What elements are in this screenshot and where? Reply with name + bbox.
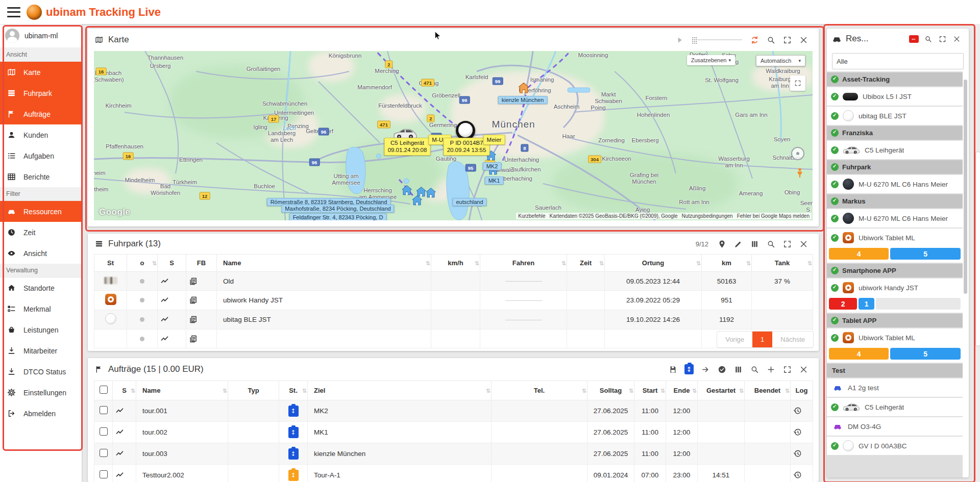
table-row[interactable]: Old09.05.2023 12:445016337 %: [94, 272, 813, 291]
log-cell[interactable]: [791, 422, 813, 443]
sort-icon[interactable]: ⇅: [223, 387, 226, 394]
clipboard-button[interactable]: [681, 361, 697, 377]
column-header-s[interactable]: S: [158, 255, 186, 272]
add-auftrag-button[interactable]: [763, 361, 779, 377]
count-segment[interactable]: 1: [859, 298, 874, 310]
sidebar-item-standorte[interactable]: Standorte: [0, 277, 82, 298]
column-header-name[interactable]: Name⇅: [217, 255, 431, 272]
column-header-start[interactable]: Start⇅: [634, 381, 666, 400]
log-cell[interactable]: [791, 400, 813, 422]
resource-item[interactable]: Ubibox L5 I JST: [827, 87, 963, 106]
table-row[interactable]: tour.003kienzle München27.06.202511:0012…: [94, 443, 813, 465]
log-cell[interactable]: [791, 443, 813, 465]
logbook-cell[interactable]: [186, 272, 217, 291]
resource-item[interactable]: M-U 6270 ML C6 Hans Meier: [827, 175, 963, 193]
fuhrpark-fullscreen-button[interactable]: [779, 236, 795, 252]
house-marker-icon[interactable]: [411, 194, 423, 207]
count-segment[interactable]: 2: [829, 298, 857, 310]
sidebar-item-aufgaben[interactable]: Aufgaben: [0, 145, 82, 166]
complete-button[interactable]: [714, 361, 730, 377]
column-header-o[interactable]: o⇅: [127, 255, 158, 272]
map-locate-control[interactable]: [791, 147, 804, 160]
column-header-select[interactable]: [94, 381, 113, 400]
chart-cell[interactable]: [158, 291, 186, 310]
column-header-fahren[interactable]: Fahren⇅: [480, 255, 567, 272]
vehicle-label[interactable]: Meier: [483, 135, 505, 145]
sort-icon[interactable]: ⇅: [739, 387, 743, 394]
column-header-ortung[interactable]: Ortung⇅: [605, 255, 702, 272]
columns-button[interactable]: [746, 236, 763, 252]
hamburger-menu-icon[interactable]: [7, 7, 20, 17]
row-checkbox[interactable]: [100, 406, 108, 414]
resources-search-button[interactable]: [921, 31, 935, 47]
auftraege-columns-button[interactable]: [730, 361, 746, 377]
playback-play-button[interactable]: [671, 32, 688, 48]
status-blue-icon[interactable]: [288, 448, 299, 460]
sidebar-item-zeit[interactable]: Zeit: [0, 222, 82, 243]
sidebar-item-dtco-status[interactable]: DTCO Status: [0, 361, 82, 382]
map-close-button[interactable]: [795, 32, 812, 48]
layers-button[interactable]: Zusatzebenen▾: [687, 55, 735, 65]
resource-group-header[interactable]: Fuhrpark: [827, 160, 963, 174]
pagination-prev-button[interactable]: Vorige: [717, 332, 752, 347]
pagination-page-1-button[interactable]: 1: [752, 332, 772, 347]
column-header-ende[interactable]: Ende⇅: [666, 381, 698, 400]
sort-icon[interactable]: ⇅: [696, 260, 700, 266]
count-segment[interactable]: [876, 298, 961, 310]
sort-icon[interactable]: ⇅: [561, 260, 565, 266]
count-segment[interactable]: 5: [890, 348, 961, 360]
status-blue-icon[interactable]: [288, 427, 299, 438]
auftraege-close-button[interactable]: [795, 361, 812, 377]
sidebar-item-berichte[interactable]: Berichte: [0, 166, 82, 187]
column-header-gestartet[interactable]: Gestartet⇅: [698, 381, 745, 400]
fuhrpark-search-button[interactable]: [763, 236, 779, 252]
column-header-km-h[interactable]: km/h⇅: [431, 255, 480, 272]
sort-icon[interactable]: ⇅: [152, 260, 156, 266]
resource-item[interactable]: DM O3-4G: [827, 417, 963, 436]
resource-item[interactable]: ubiwork Handy JST: [827, 278, 963, 297]
poi-label[interactable]: Maxhofstraße, 8234 Pöcking, Deutschland: [281, 205, 394, 213]
sort-icon[interactable]: ⇅: [692, 387, 696, 394]
column-header-ziel[interactable]: Ziel⇅: [308, 381, 492, 400]
column-header-st-[interactable]: St.⇅: [279, 381, 308, 400]
count-segment[interactable]: 4: [829, 348, 889, 360]
slider-grip-icon[interactable]: [692, 36, 697, 44]
playback-slider[interactable]: [692, 36, 742, 44]
sort-icon[interactable]: ⇅: [599, 260, 603, 266]
column-header-name[interactable]: Name⇅: [136, 381, 228, 400]
sort-icon[interactable]: ⇅: [131, 387, 134, 394]
select-all-checkbox[interactable]: [100, 386, 108, 394]
fuhrpark-close-button[interactable]: [795, 236, 812, 252]
chart-cell[interactable]: [113, 443, 136, 465]
table-row[interactable]: tour.002MK127.06.202511:0012:00: [94, 422, 813, 443]
chart-cell[interactable]: [158, 329, 186, 348]
sort-icon[interactable]: ⇅: [746, 260, 750, 266]
teamviewer-button[interactable]: ⇔: [906, 31, 921, 47]
column-header-solltag[interactable]: Solltag⇅: [587, 381, 634, 400]
locate-button[interactable]: [714, 236, 730, 252]
resources-close-button[interactable]: [949, 31, 964, 47]
sidebar-item-ressourcen[interactable]: Ressourcen: [0, 201, 82, 222]
save-button[interactable]: [665, 361, 681, 377]
sidebar-item-merkmal[interactable]: Merkmal: [0, 298, 82, 319]
column-header-km[interactable]: km⇅: [702, 255, 752, 272]
resource-group-header[interactable]: Tablet APP: [827, 314, 963, 327]
resources-filter-input[interactable]: [832, 53, 964, 69]
chart-cell[interactable]: [113, 465, 136, 482]
resource-group-header[interactable]: Smartphone APP: [827, 264, 963, 277]
log-cell[interactable]: [791, 465, 813, 482]
resource-item[interactable]: C5 Leihgerät: [827, 141, 963, 159]
count-segment[interactable]: 5: [890, 248, 961, 260]
resource-group-header[interactable]: Test: [827, 364, 963, 377]
sort-icon[interactable]: ⇅: [582, 387, 585, 394]
window-scrollbar[interactable]: [975, 24, 980, 482]
resources-scrollbar[interactable]: [964, 80, 967, 294]
sort-icon[interactable]: ⇅: [475, 260, 478, 266]
assign-button[interactable]: [697, 361, 714, 377]
resource-group-header[interactable]: Markus: [827, 194, 963, 208]
sidebar-item-ansicht[interactable]: Ansicht: [0, 243, 82, 264]
sidebar-item-einstellungen[interactable]: Einstellungen: [0, 382, 82, 403]
table-row[interactable]: ubitag BLE JST19.10.2022 14:261192: [94, 310, 813, 329]
house-marker-orange-icon[interactable]: [517, 81, 530, 94]
resource-item[interactable]: A1 2g test: [827, 378, 963, 397]
